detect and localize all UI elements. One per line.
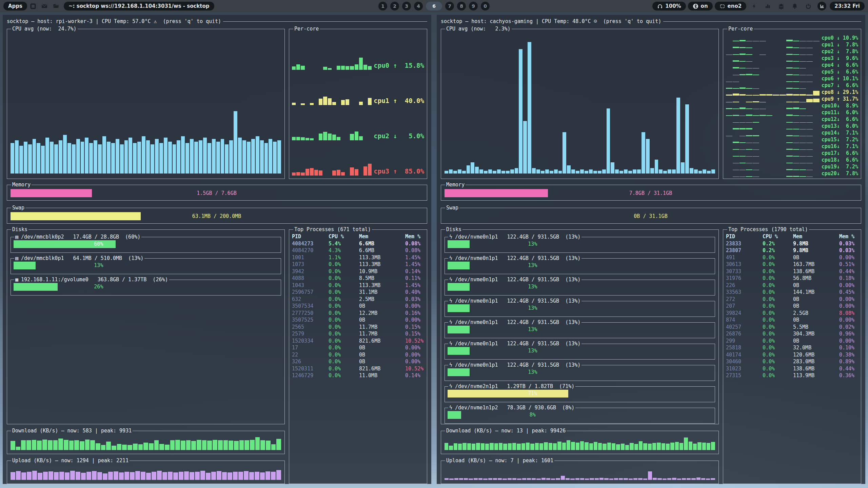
chart-bar (663, 171, 667, 174)
chart-bar (85, 440, 90, 450)
workspace-button-0[interactable]: 0 (481, 2, 490, 11)
core-sparkline (726, 124, 820, 129)
window-title-pill[interactable]: ~: socktop ws://192.168.1.104:3031/ws - … (64, 2, 214, 11)
chart-bar (681, 162, 685, 174)
chart-bar (310, 168, 314, 176)
chart-bar (238, 138, 242, 174)
volume-level: 100% (665, 3, 681, 9)
chart-bar (197, 440, 201, 450)
workspace-button-4[interactable]: 4 (414, 2, 423, 11)
chart-bar (706, 479, 710, 480)
chart-bar (604, 478, 608, 480)
mail-icon[interactable] (41, 2, 48, 10)
chart-bar (806, 99, 813, 102)
chart-bar (510, 169, 514, 174)
chart-bar (493, 171, 496, 174)
core-label: cpu2↓5.0% (374, 132, 424, 140)
apps-button[interactable]: Apps (3, 2, 27, 11)
power-icon[interactable] (805, 2, 812, 10)
process-row: 335630.0%144.1MB0.45% (726, 289, 858, 296)
folder-icon[interactable] (52, 2, 60, 10)
chart-bar (277, 140, 281, 174)
chart-bar (739, 177, 746, 177)
chart-bar (319, 134, 322, 140)
chart-bar (655, 160, 658, 174)
chart-bar (234, 441, 239, 450)
chart-bar (499, 443, 502, 450)
layers-icon[interactable] (777, 2, 785, 10)
activity-chart-icon[interactable] (817, 2, 826, 11)
chart-bar (185, 143, 189, 174)
chart-bar (48, 440, 53, 450)
upload-legend: Upload (KB/s) — now: 7 | peak: 1601 (445, 458, 554, 464)
process-row: 25967570.0%31.1MB0.40% (292, 289, 424, 296)
audio-levels-icon[interactable] (764, 2, 771, 10)
chart-bar (101, 445, 106, 450)
chart-bar (350, 167, 354, 176)
chart-bar (103, 473, 107, 480)
disk-label: /dev/nvme0n1p1 122.4GB / 931.5GB (13%) (455, 234, 580, 240)
chart-bar (24, 142, 27, 174)
chart-bar (652, 443, 656, 450)
chart-bar (668, 169, 671, 174)
workspace-button-9[interactable]: 9 (469, 2, 478, 11)
memory-usage-text: 1.5GB / 7.6GB (11, 189, 423, 197)
chart-bar (702, 443, 706, 450)
chart-bar (76, 139, 80, 174)
memory-bar: 1.5GB / 7.6GB (11, 189, 423, 197)
workspace-button-3[interactable]: 3 (402, 2, 411, 11)
clock-pill[interactable]: 23:32 Fri (830, 2, 865, 11)
disks-legend: Disks (445, 226, 462, 232)
disk-usage-bar: 71% (448, 390, 618, 398)
chart-bar (157, 471, 162, 480)
chart-bar (16, 471, 21, 480)
chart-bar (472, 444, 475, 450)
chart-bar (211, 472, 216, 480)
chart-bar (151, 144, 154, 174)
chart-bar (305, 138, 309, 140)
disk-usage-bar: 13% (14, 262, 184, 269)
chart-bar (746, 176, 752, 177)
workspace-button-2[interactable]: 2 (390, 2, 399, 11)
disk-list: ϟ/dev/nvme0n1p1 122.4GB / 931.5GB (13%)1… (444, 234, 716, 424)
chart-bar (319, 99, 322, 105)
bluetooth-pill[interactable]: on (688, 2, 713, 11)
disk-label: /dev/nvme0n1p1 122.4GB / 931.5GB (13%) (455, 298, 580, 304)
chart-bar (498, 478, 502, 480)
top-processes-legend: Top Processes (671 total) (293, 226, 372, 232)
core-row: cpu10↓8.9% (726, 102, 858, 109)
chart-bar (229, 441, 233, 450)
chart-bar (54, 144, 58, 174)
core-sparkline (726, 56, 820, 62)
window-icon[interactable] (29, 2, 37, 10)
chart-bar (553, 443, 557, 450)
core-sparkline (726, 158, 820, 163)
bell-icon[interactable] (791, 2, 798, 10)
process-row: 2720.0%0B0.00% (726, 296, 858, 303)
power-profile-icon[interactable] (750, 2, 758, 10)
per-core-list: cpu0↑15.8%cpu1↑40.0%cpu2↓5.0%cpu3↑85.0% (292, 35, 424, 176)
chart-bar (484, 171, 488, 174)
workspace-button-7[interactable]: 7 (445, 2, 454, 11)
core-sparkline (726, 110, 820, 116)
chart-bar (616, 444, 620, 450)
chart-bar (662, 443, 665, 450)
workspace-button-6[interactable]: 6 (426, 2, 442, 11)
disks-legend: Disks (11, 226, 28, 232)
core-sparkline (726, 138, 820, 143)
per-core-legend: Per-core (293, 26, 320, 32)
terminal-window-right[interactable]: socktop — host: cachyos-gaming | CPU Tem… (437, 15, 865, 484)
volume-pill[interactable]: 100% (652, 2, 686, 11)
core-label: cpu18↓6.6% (822, 157, 858, 163)
disk-usage-percent: 13% (448, 368, 618, 376)
network-pill[interactable]: eno2 (715, 2, 747, 11)
process-row: 8740.0%0B0.00% (726, 317, 858, 324)
workspace-button-8[interactable]: 8 (457, 2, 466, 11)
chart-bar (476, 443, 480, 450)
chart-bar (599, 478, 604, 480)
terminal-window-left[interactable]: socktop — host: rpi-worker-3 | CPU Temp:… (3, 15, 431, 484)
chart-bar (539, 443, 543, 450)
upload-legend: Upload (KB/s) — now: 1294 | peak: 2211 (11, 458, 130, 464)
chart-bar (449, 169, 453, 174)
workspace-button-1[interactable]: 1 (378, 2, 387, 11)
